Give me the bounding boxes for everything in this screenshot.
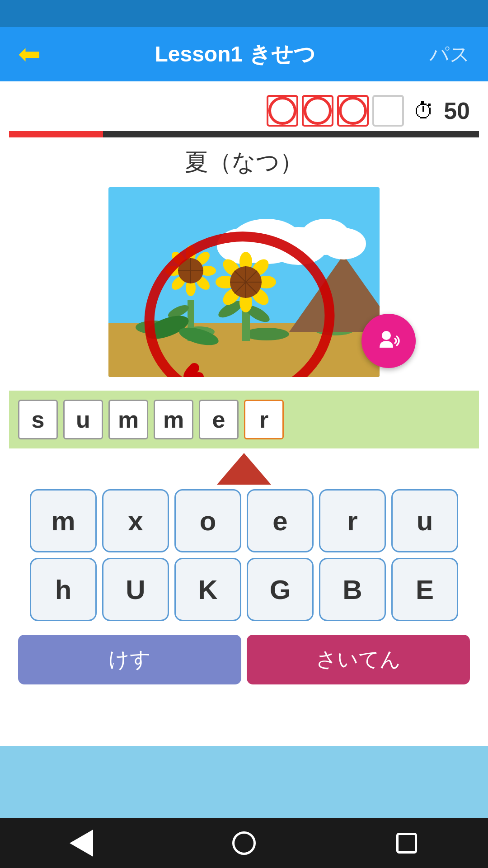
- svg-point-4: [244, 328, 289, 340]
- keyboard: m x o e r u h U K G B E: [9, 485, 479, 626]
- answer-box-3[interactable]: m: [154, 400, 193, 439]
- action-buttons: けす さいてん: [9, 626, 479, 689]
- status-bar: [0, 0, 488, 27]
- life-2: [302, 95, 333, 127]
- nav-back-icon: [70, 830, 93, 857]
- speaker-button[interactable]: [361, 314, 416, 368]
- answer-box-4[interactable]: e: [199, 400, 239, 439]
- key-u[interactable]: u: [391, 489, 458, 552]
- life-4: [372, 95, 404, 127]
- key-B[interactable]: B: [319, 558, 386, 621]
- key-x[interactable]: x: [102, 489, 169, 552]
- pass-button[interactable]: パス: [429, 41, 470, 68]
- timer-icon: ⏱: [413, 99, 435, 123]
- key-m[interactable]: m: [30, 489, 97, 552]
- scene-image: [108, 187, 380, 377]
- key-o[interactable]: o: [174, 489, 241, 552]
- key-h[interactable]: h: [30, 558, 97, 621]
- answer-box-1[interactable]: u: [63, 400, 103, 439]
- nav-recent-button[interactable]: [389, 825, 425, 861]
- life-3: [337, 95, 369, 127]
- progress-fill: [9, 131, 103, 137]
- nav-back-button[interactable]: [63, 825, 99, 861]
- nav-recent-icon: [396, 833, 417, 854]
- svg-point-44: [382, 331, 391, 340]
- answer-box-2[interactable]: m: [108, 400, 148, 439]
- svg-point-11: [321, 228, 366, 259]
- answer-box-5[interactable]: r: [244, 400, 284, 439]
- key-K[interactable]: K: [174, 558, 241, 621]
- key-U[interactable]: U: [102, 558, 169, 621]
- header: ⬅ Lesson1 きせつ パス: [0, 27, 488, 81]
- nav-home-button[interactable]: [226, 825, 262, 861]
- speaker-icon: [375, 327, 402, 354]
- keyboard-row-2: h U K G B E: [18, 558, 470, 621]
- progress-bar: [9, 131, 479, 137]
- word-label: 夏（なつ）: [185, 146, 303, 178]
- grade-button[interactable]: さいてん: [247, 635, 470, 684]
- lesson-title: Lesson1 きせつ: [155, 40, 315, 69]
- arrow-container: [9, 453, 479, 485]
- key-G[interactable]: G: [247, 558, 314, 621]
- scene-container: [108, 187, 380, 377]
- answer-box-0[interactable]: s: [18, 400, 58, 439]
- erase-button[interactable]: けす: [18, 635, 241, 684]
- answer-area: s u m m e r: [9, 391, 479, 448]
- lives-boxes: [267, 95, 404, 127]
- life-1: [267, 95, 298, 127]
- timer-value: 50: [444, 97, 470, 124]
- nav-home-icon: [232, 831, 256, 855]
- key-r[interactable]: r: [319, 489, 386, 552]
- main-content: ⏱ 50 夏（なつ）: [0, 81, 488, 746]
- nav-bar: [0, 818, 488, 868]
- up-arrow-icon: [217, 453, 271, 485]
- key-E[interactable]: E: [391, 558, 458, 621]
- back-button[interactable]: ⬅: [18, 41, 41, 68]
- lives-timer-row: ⏱ 50: [9, 95, 479, 127]
- bottom-area: [0, 746, 488, 818]
- key-e[interactable]: e: [247, 489, 314, 552]
- keyboard-row-1: m x o e r u: [18, 489, 470, 552]
